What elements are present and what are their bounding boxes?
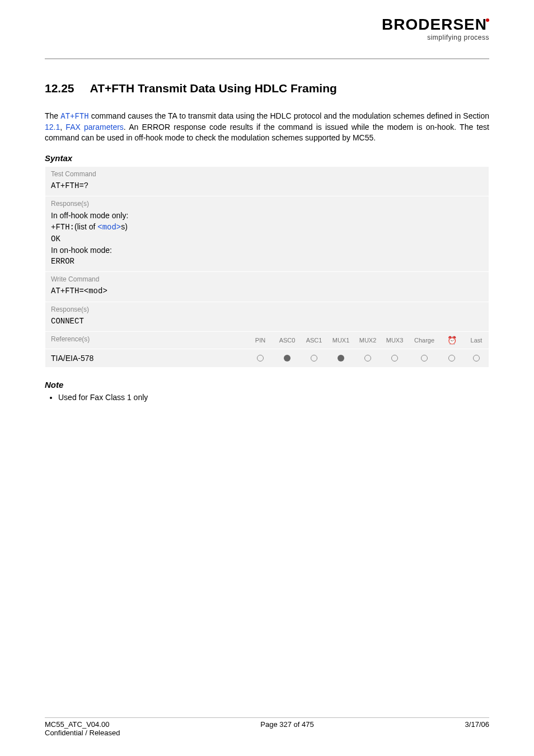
footer-divider (45, 717, 489, 718)
circle-open-icon (473, 355, 480, 361)
test-response-row: Response(s) In off-hook mode only: +FTH:… (45, 196, 489, 271)
footer-date: 3/17/06 (465, 720, 489, 729)
circle-filled-icon (284, 355, 291, 361)
response-ok: OK (51, 233, 483, 245)
dot-asc0 (274, 355, 301, 361)
write-cmd-prefix: AT+FTH= (51, 287, 84, 295)
test-command-header: Test Command (51, 170, 483, 178)
response-error: ERROR (51, 256, 483, 267)
circle-filled-icon (338, 355, 344, 361)
section-ref-link[interactable]: 12.1 (45, 123, 60, 132)
section-number: 12.25 (45, 82, 74, 95)
footer-line-1: MC55_ATC_V04.00 Page 327 of 475 3/17/06 (45, 720, 489, 729)
response-header: Response(s) (51, 200, 483, 208)
alarm-icon: ⏰ (441, 336, 463, 345)
col-pin: PIN (247, 337, 274, 344)
circle-open-icon (257, 355, 264, 361)
note-list: Used for Fax Class 1 only (58, 393, 489, 402)
response-header: Response(s) (51, 306, 483, 313)
brand-logo-text: BRODERSEN (382, 17, 489, 32)
col-charge: Charge (408, 337, 441, 344)
col-asc0: ASC0 (274, 337, 301, 344)
write-command-row: Write Command AT+FTH=<mod> (45, 271, 489, 301)
capability-value-grid (247, 355, 490, 361)
response-text: s) (121, 222, 128, 231)
test-command-value: AT+FTH=? (51, 180, 483, 191)
section-title-text: AT+FTH Transmit Data Using HDLC Framing (90, 82, 337, 95)
response-text: (list of (74, 222, 97, 231)
syntax-label: Syntax (45, 153, 489, 163)
response-line: +FTH:(list of <mod>s) (51, 221, 483, 233)
response-line: In on-hook mode: (51, 245, 483, 256)
reference-value-row: TIA/EIA-578 (45, 349, 489, 367)
footer-doc-id: MC55_ATC_V04.00 (45, 720, 109, 729)
footer-page-number: Page 327 of 475 (260, 720, 313, 729)
reference-value: TIA/EIA-578 (51, 353, 247, 364)
write-command-value: AT+FTH=<mod> (51, 285, 483, 297)
dot-last (463, 355, 490, 361)
response-connect: CONNECT (51, 316, 483, 327)
brand-dot-icon (486, 18, 489, 22)
section-heading: 12.25AT+FTH Transmit Data Using HDLC Fra… (45, 82, 489, 95)
dot-asc1 (301, 355, 327, 361)
brand-tagline: simplifying process (382, 34, 489, 41)
response-line: In off-hook mode only: (51, 210, 483, 221)
fax-params-link[interactable]: FAX parameters (65, 123, 123, 132)
syntax-box: Test Command AT+FTH=? Response(s) In off… (45, 166, 489, 368)
circle-open-icon (364, 355, 371, 361)
page-footer: MC55_ATC_V04.00 Page 327 of 475 3/17/06 … (45, 717, 489, 737)
col-last: Last (463, 337, 490, 344)
col-mux3: MUX3 (381, 337, 408, 344)
footer-classification: Confidential / Released (45, 729, 489, 737)
fth-prefix: +FTH: (51, 223, 74, 232)
mod-param-link[interactable]: <mod> (97, 223, 121, 232)
col-mux1: MUX1 (327, 337, 354, 344)
dot-charge (408, 355, 441, 361)
write-response-row: Response(s) CONNECT (45, 302, 489, 331)
brand-name: BRODERSEN (382, 16, 487, 33)
dot-mux1 (327, 355, 354, 361)
circle-open-icon (391, 355, 398, 361)
circle-open-icon (421, 355, 428, 361)
col-asc1: ASC1 (301, 337, 327, 344)
page-header: BRODERSEN simplifying process (45, 17, 489, 56)
intro-paragraph: The AT+FTH command causes the TA to tran… (45, 111, 489, 143)
mod-param-link[interactable]: <mod> (84, 287, 107, 295)
intro-text: , (60, 123, 65, 132)
dot-alarm (441, 355, 463, 361)
reference-header: Reference(s) (51, 335, 247, 343)
dot-mux2 (354, 355, 381, 361)
intro-text: command causes the TA to transmit data u… (89, 111, 489, 120)
dot-pin (247, 355, 274, 361)
content-area: 12.25AT+FTH Transmit Data Using HDLC Fra… (45, 59, 489, 402)
brand-logo: BRODERSEN simplifying process (382, 17, 489, 41)
at-command-link[interactable]: AT+FTH (60, 112, 88, 121)
reference-header-row: Reference(s) PIN ASC0 ASC1 MUX1 MUX2 MUX… (45, 331, 489, 349)
circle-open-icon (311, 355, 317, 361)
test-command-row: Test Command AT+FTH=? (45, 167, 489, 196)
dot-mux3 (381, 355, 408, 361)
capability-header-grid: PIN ASC0 ASC1 MUX1 MUX2 MUX3 Charge ⏰ La… (247, 336, 490, 345)
intro-text: The (45, 111, 60, 120)
note-section: Note Used for Fax Class 1 only (45, 380, 489, 402)
col-mux2: MUX2 (354, 337, 381, 344)
note-label: Note (45, 380, 489, 389)
page: BRODERSEN simplifying process 12.25AT+FT… (0, 0, 534, 756)
circle-open-icon (448, 355, 455, 361)
note-item: Used for Fax Class 1 only (58, 393, 489, 402)
write-command-header: Write Command (51, 275, 483, 283)
